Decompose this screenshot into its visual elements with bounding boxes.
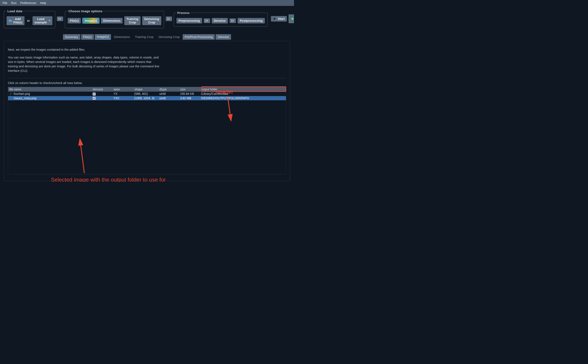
- hint-text: Click on column header to check/uncheck …: [8, 81, 286, 85]
- table-row[interactable]: └─Gauss_noisy.png ✓ YXC (1305, 1024, 3) …: [8, 96, 286, 100]
- menubar: File Run Preferences Help: [0, 0, 294, 6]
- or-separator: or: [26, 19, 31, 22]
- process-legend: Process: [176, 11, 190, 15]
- svg-marker-2: [274, 18, 276, 20]
- col-denoise[interactable]: denoise: [91, 87, 112, 92]
- info-text: Next, we inspect the images contained in…: [8, 47, 160, 73]
- image-options-group: Choose image options File(s) Image(s) Di…: [65, 9, 164, 28]
- col-dtype[interactable]: dtype: [158, 87, 179, 92]
- cell-size: 3.82 MB: [179, 96, 200, 100]
- menu-run[interactable]: Run: [11, 1, 17, 5]
- cell-shape: (1305, 1024, 3): [133, 96, 158, 100]
- info-para1: Next, we inspect the images contained in…: [8, 47, 160, 52]
- add-files-button[interactable]: Add File(s): [7, 16, 25, 25]
- denoise-button[interactable]: Denoise: [212, 18, 228, 23]
- cell-output[interactable]: /Library/Caches/data: [200, 92, 286, 96]
- menu-preferences[interactable]: Preferences: [20, 1, 36, 5]
- postprocessing-button[interactable]: Postprocessing: [238, 18, 265, 23]
- process-advance-2[interactable]: [229, 18, 236, 23]
- tree-branch-icon: ├─: [9, 92, 14, 95]
- cell-axes: YX: [112, 92, 133, 96]
- tab-denoise[interactable]: Denoise: [216, 34, 231, 40]
- col-shape[interactable]: shape: [133, 87, 158, 92]
- chevron-down-icon: [49, 20, 50, 21]
- tab-images[interactable]: Image(s): [95, 34, 111, 40]
- step-advance-2[interactable]: [166, 16, 172, 21]
- menu-file[interactable]: File: [3, 1, 7, 5]
- process-advance-1[interactable]: [204, 18, 210, 23]
- annotation-selected-label: Selected image with the output folder to…: [51, 176, 169, 182]
- info-para2: You can see basic image information such…: [8, 55, 160, 73]
- step-advance-1[interactable]: [57, 16, 63, 21]
- col-output-folder[interactable]: output folder: [200, 87, 286, 92]
- tab-summary[interactable]: Summary: [63, 34, 80, 40]
- load-data-legend: Load data: [7, 9, 23, 13]
- load-data-group: Load data Add File(s) or Load example: [4, 9, 55, 28]
- images-panel: Next, we inspect the images contained in…: [4, 41, 290, 181]
- cell-axes: YXC: [112, 96, 133, 100]
- cell-dtype: uint8: [158, 92, 179, 96]
- cell-output[interactable]: /DESIRED/OUTPUT/FOLDER/PATH: [200, 96, 286, 100]
- folder-icon: [9, 19, 12, 22]
- col-axes[interactable]: axes: [112, 87, 133, 92]
- image-options-legend: Choose image options: [68, 9, 103, 13]
- menu-help[interactable]: Help: [40, 1, 46, 5]
- cell-size: 230.84 KB: [179, 92, 200, 96]
- add-files-label: Add File(s): [13, 17, 22, 24]
- table-row[interactable]: ├─fountain.png ✓ YX (588, 402) uint8 230…: [8, 92, 286, 96]
- start-label: Start: [278, 17, 285, 20]
- tabs-row: Summary File(s) Image(s) Dimensions Trai…: [4, 34, 290, 40]
- load-example-label: Load example: [35, 17, 47, 24]
- arrow-right-icon: [291, 17, 294, 20]
- workspace: Load data Add File(s) or Load example Ch…: [0, 6, 294, 181]
- col-size[interactable]: size: [179, 87, 200, 92]
- images-table: file name denoise axes shape dtype size …: [8, 87, 286, 100]
- view-images-button[interactable]: View images: [288, 14, 294, 23]
- opt-dimensions-button[interactable]: Dimensions: [101, 18, 123, 23]
- opt-denoising-crop-button[interactable]: Denoising Crop: [142, 16, 161, 25]
- tab-denoising-crop[interactable]: Denoising Crop: [156, 34, 182, 40]
- svg-marker-1: [9, 20, 10, 20]
- tab-preprocessing[interactable]: Pre/Post-Processing: [183, 34, 215, 40]
- cell-name: fountain.png: [14, 92, 30, 95]
- tab-dimensions[interactable]: Dimensions: [112, 34, 132, 40]
- denoise-checkbox[interactable]: ✓: [93, 92, 96, 96]
- opt-images-button[interactable]: Image(s): [82, 18, 99, 23]
- col-file-name[interactable]: file name: [8, 87, 91, 92]
- preprocessing-button[interactable]: Preprocessing: [176, 18, 202, 23]
- start-button[interactable]: Start: [271, 16, 287, 21]
- table-wrap: file name denoise axes shape dtype size …: [8, 87, 286, 174]
- tab-training-crop[interactable]: Training Crop: [133, 34, 156, 40]
- step-row: Load data Add File(s) or Load example Ch…: [4, 9, 290, 28]
- opt-files-button[interactable]: File(s): [68, 18, 81, 23]
- tab-files[interactable]: File(s): [81, 34, 94, 40]
- cell-shape: (588, 402): [133, 92, 158, 96]
- process-group: Process Preprocessing Denoise Postproces…: [174, 11, 267, 27]
- tree-branch-icon: └─: [9, 97, 14, 100]
- play-icon: [273, 17, 276, 20]
- denoise-checkbox[interactable]: ✓: [93, 97, 96, 100]
- opt-training-crop-button[interactable]: Training Crop: [124, 16, 140, 25]
- cell-dtype: uint8: [158, 96, 179, 100]
- cell-name: Gauss_noisy.png: [14, 97, 36, 100]
- table-header-row: file name denoise axes shape dtype size …: [8, 87, 286, 92]
- load-example-button[interactable]: Load example: [33, 16, 53, 25]
